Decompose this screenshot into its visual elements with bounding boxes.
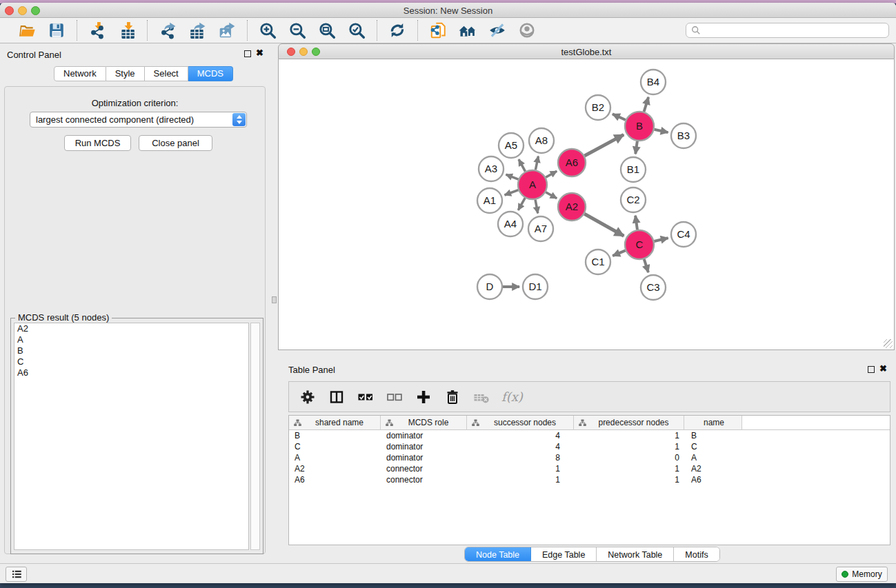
export-network-icon[interactable] (158, 21, 177, 40)
mcds-result-item[interactable]: A (14, 334, 248, 345)
column-header-successor-nodes[interactable]: successor nodes (467, 416, 574, 430)
tab-edge-table[interactable]: Edge Table (531, 547, 597, 561)
hide-panels-eye-icon[interactable] (488, 21, 507, 40)
open-session-folder-icon[interactable] (17, 21, 37, 40)
home-views-icon[interactable] (458, 21, 477, 40)
select-all-columns-icon[interactable] (357, 388, 375, 406)
close-panel-button[interactable]: Close panel (139, 135, 212, 151)
table-row[interactable]: A6connector11A6 (289, 474, 890, 485)
table-cell[interactable]: A6 (684, 474, 742, 485)
unselect-all-columns-icon[interactable] (386, 388, 404, 406)
tab-style[interactable]: Style (106, 66, 145, 81)
tab-node-table[interactable]: Node Table (465, 547, 531, 561)
column-view-icon[interactable] (328, 388, 346, 406)
preview-eye-icon[interactable] (517, 21, 537, 40)
clone-network-icon[interactable] (428, 21, 448, 40)
table-row[interactable]: Cdominator41C (289, 441, 890, 452)
table-cell[interactable]: dominator (381, 430, 467, 441)
mcds-result-item[interactable]: C (14, 356, 248, 367)
table-cell[interactable]: 1 (574, 463, 684, 474)
edge-B-B3[interactable] (654, 130, 668, 132)
memory-button[interactable]: Memory (836, 567, 888, 582)
import-network-icon[interactable] (88, 21, 107, 40)
table-row[interactable]: A2connector11A2 (289, 463, 890, 474)
table-cell[interactable]: 0 (574, 452, 684, 463)
add-column-icon[interactable] (415, 388, 432, 406)
table-row[interactable]: Bdominator41B (289, 430, 890, 441)
tab-mcds[interactable]: MCDS (188, 66, 233, 81)
edge-A-A5[interactable] (519, 159, 526, 171)
table-row[interactable]: Adominator80A (289, 452, 890, 463)
task-history-button[interactable] (6, 567, 27, 582)
zoom-in-icon[interactable] (258, 21, 277, 40)
table-cell[interactable]: A (289, 452, 381, 463)
table-cell[interactable]: A2 (684, 463, 742, 474)
window-resize-grip[interactable] (884, 339, 893, 348)
table-cell[interactable]: 1 (574, 441, 684, 452)
float-panel-icon[interactable] (244, 50, 251, 57)
delete-column-icon[interactable] (444, 388, 461, 406)
save-session-icon[interactable] (47, 21, 66, 40)
tab-network-table[interactable]: Network Table (597, 547, 674, 561)
edge-A-A6[interactable] (546, 171, 557, 177)
table-cell[interactable]: A2 (289, 463, 381, 474)
network-canvas[interactable]: B4B2BB3A8A5A6A3B1AA1C2A2A4A7C4CC1DC3D1 (278, 59, 895, 350)
edge-A-A4[interactable] (518, 198, 525, 210)
table-cell[interactable] (742, 430, 890, 441)
refresh-layout-icon[interactable] (388, 21, 407, 40)
column-header-MCDS-role[interactable]: MCDS role (381, 416, 467, 430)
edge-A-A8[interactable] (535, 156, 538, 170)
edge-C-C2[interactable] (635, 216, 637, 230)
search-input[interactable] (704, 24, 888, 37)
table-cell[interactable] (742, 441, 890, 452)
close-panel-icon[interactable]: ✖ (256, 48, 263, 58)
table-cell[interactable] (742, 452, 890, 463)
table-cell[interactable] (742, 474, 890, 485)
edge-B-B4[interactable] (644, 97, 649, 112)
edge-B-B2[interactable] (613, 114, 626, 120)
table-cell[interactable] (742, 463, 890, 474)
table-settings-gear-icon[interactable] (299, 388, 317, 406)
table-cell[interactable]: 8 (467, 452, 574, 463)
edge-A6-B[interactable] (584, 134, 624, 156)
table-cell[interactable]: connector (381, 474, 467, 485)
export-table-icon[interactable] (188, 21, 207, 40)
table-cell[interactable]: 1 (467, 474, 574, 485)
table-cell[interactable]: 4 (467, 430, 574, 441)
edge-A2-C[interactable] (584, 214, 624, 236)
table-cell[interactable]: C (289, 441, 381, 452)
table-close-panel-icon[interactable]: ✖ (879, 364, 887, 374)
table-cell[interactable]: A (684, 452, 742, 463)
tab-motifs[interactable]: Motifs (674, 547, 719, 561)
column-header-name[interactable]: name (684, 416, 742, 430)
import-table-icon[interactable] (117, 21, 137, 40)
tab-select[interactable]: Select (145, 66, 188, 81)
table-cell[interactable]: 1 (467, 463, 574, 474)
run-mcds-button[interactable]: Run MCDS (64, 135, 131, 151)
column-header-predecessor-nodes[interactable]: predecessor nodes (574, 416, 684, 430)
app-titlebar[interactable]: Session: New Session (0, 3, 896, 18)
zoom-fit-icon[interactable] (317, 21, 337, 40)
edge-C-C1[interactable] (613, 250, 625, 256)
table-cell[interactable]: A6 (289, 474, 381, 485)
edge-A-A2[interactable] (546, 192, 557, 199)
mcds-result-item[interactable]: B (14, 345, 248, 356)
table-cell[interactable]: 1 (574, 430, 684, 441)
mcds-result-item[interactable]: A6 (14, 367, 248, 378)
table-cell[interactable]: dominator (381, 441, 467, 452)
edge-B-B1[interactable] (635, 141, 637, 154)
table-cell[interactable]: B (684, 430, 742, 441)
edge-A-A7[interactable] (535, 200, 538, 214)
split-divider-handle-vertical[interactable] (272, 296, 277, 303)
zoom-selected-icon[interactable] (347, 21, 366, 40)
tab-network[interactable]: Network (54, 66, 106, 81)
mcds-result-item[interactable]: A2 (14, 323, 248, 334)
table-float-panel-icon[interactable] (868, 366, 875, 373)
table-cell[interactable]: 4 (467, 441, 574, 452)
table-cell[interactable]: B (289, 430, 381, 441)
optimization-criterion-select[interactable]: largest connected component (directed) (30, 112, 247, 128)
edge-A-A1[interactable] (505, 190, 519, 195)
table-cell[interactable]: 1 (574, 474, 684, 485)
column-header-shared-name[interactable]: shared name (289, 416, 381, 430)
table-cell[interactable]: connector (381, 463, 467, 474)
